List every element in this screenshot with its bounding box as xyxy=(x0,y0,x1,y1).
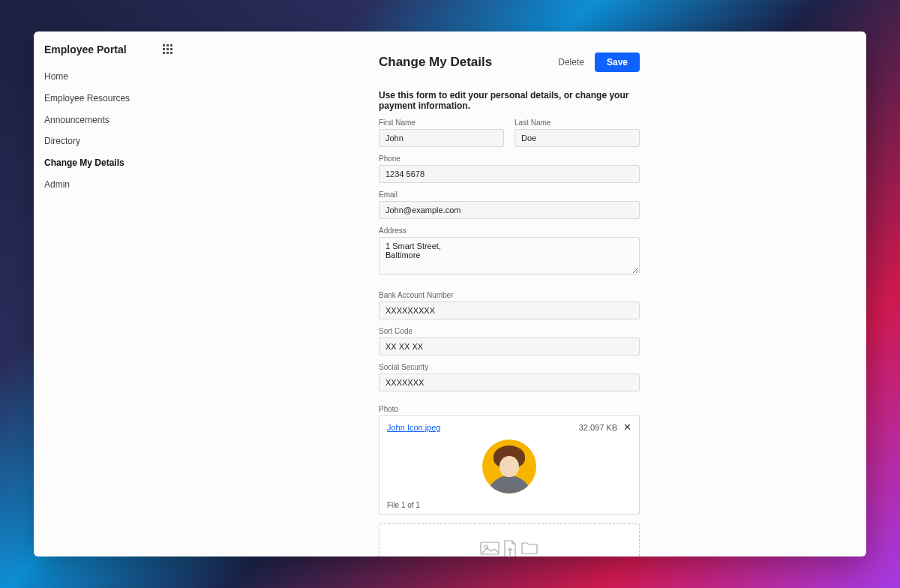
svg-point-1 xyxy=(484,545,488,548)
ssn-label: Social Security xyxy=(379,363,640,371)
header-actions: Delete Save xyxy=(558,52,640,72)
bank-account-label: Bank Account Number xyxy=(379,291,640,299)
email-label: Email xyxy=(379,190,640,199)
form-container: Change My Details Delete Save Use this f… xyxy=(379,52,640,556)
remove-photo-icon[interactable]: ✕ xyxy=(623,422,632,432)
sidebar-nav: Home Employee Resources Announcements Di… xyxy=(34,66,184,196)
sidebar-item-employee-resources[interactable]: Employee Resources xyxy=(34,88,184,110)
email-input[interactable] xyxy=(379,201,640,219)
dropzone[interactable]: Drag and drop your file Select a file to… xyxy=(379,524,640,556)
sidebar: Employee Portal Home Employee Resources … xyxy=(34,32,184,556)
photo-card: John Icon.jpeg 32.097 KB ✕ File xyxy=(379,416,640,514)
page-title: Change My Details xyxy=(379,55,492,70)
ssn-input[interactable] xyxy=(379,374,640,392)
page-header: Change My Details Delete Save xyxy=(379,52,640,72)
last-name-input[interactable] xyxy=(514,129,640,147)
first-name-input[interactable] xyxy=(379,129,504,147)
brand-row: Employee Portal xyxy=(34,44,184,66)
avatar-image xyxy=(482,440,536,494)
sort-code-label: Sort Code xyxy=(379,327,640,335)
file-upload-icon xyxy=(502,539,518,556)
folder-icon xyxy=(520,539,539,556)
image-icon xyxy=(479,539,500,556)
avatar-preview xyxy=(387,432,632,500)
sidebar-item-directory[interactable]: Directory xyxy=(34,130,184,152)
sidebar-item-home[interactable]: Home xyxy=(34,66,184,88)
photo-meta: 32.097 KB ✕ xyxy=(579,422,632,432)
last-name-label: Last Name xyxy=(514,118,640,127)
sort-code-input[interactable] xyxy=(379,338,640,356)
app-title: Employee Portal xyxy=(44,44,127,56)
page-description: Use this form to edit your personal deta… xyxy=(379,90,640,111)
first-name-label: First Name xyxy=(379,118,504,127)
app-window: Employee Portal Home Employee Resources … xyxy=(34,32,866,556)
photo-header: John Icon.jpeg 32.097 KB ✕ xyxy=(387,422,632,432)
svg-rect-0 xyxy=(481,542,499,554)
dropzone-icons xyxy=(387,539,632,556)
delete-button[interactable]: Delete xyxy=(558,57,584,68)
sidebar-item-admin[interactable]: Admin xyxy=(34,174,184,196)
photo-file-link[interactable]: John Icon.jpeg xyxy=(387,423,441,432)
phone-label: Phone xyxy=(379,154,640,163)
photo-label: Photo xyxy=(379,405,640,413)
photo-file-size: 32.097 KB xyxy=(579,423,617,432)
save-button[interactable]: Save xyxy=(595,52,640,72)
app-switcher-icon[interactable] xyxy=(163,44,173,55)
phone-input[interactable] xyxy=(379,165,640,183)
address-label: Address xyxy=(379,226,640,235)
sidebar-item-change-my-details[interactable]: Change My Details xyxy=(34,152,184,174)
address-textarea[interactable]: 1 Smart Street, Baltimore xyxy=(379,237,640,274)
bank-account-input[interactable] xyxy=(379,302,640,320)
file-count-text: File 1 of 1 xyxy=(387,500,632,509)
sidebar-item-announcements[interactable]: Announcements xyxy=(34,110,184,131)
main-content: Change My Details Delete Save Use this f… xyxy=(184,32,866,556)
